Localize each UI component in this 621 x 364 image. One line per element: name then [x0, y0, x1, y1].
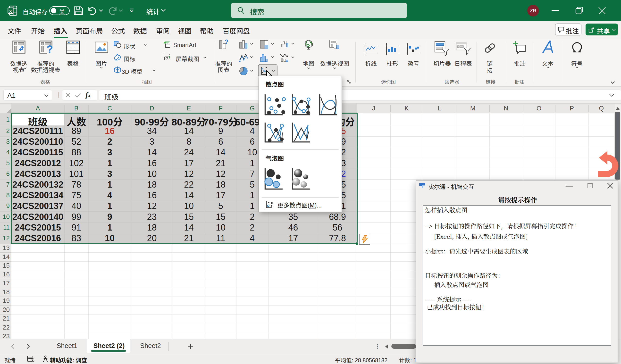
svg-text:x: x: [9, 9, 12, 14]
svg-text:?: ?: [47, 43, 53, 55]
svg-text:?: ?: [224, 40, 228, 45]
